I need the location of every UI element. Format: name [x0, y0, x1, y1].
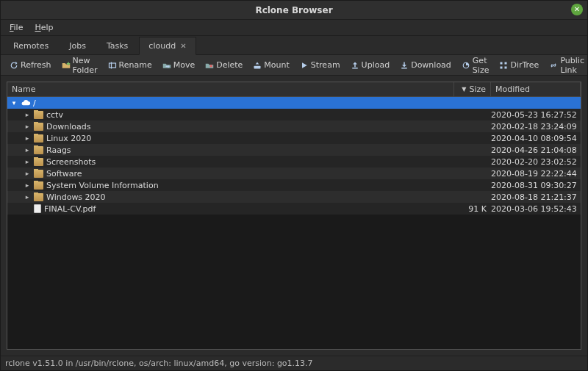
row-modified: 2020-04-26 21:04:08: [491, 145, 581, 155]
delete-icon: [205, 61, 214, 70]
move-button[interactable]: Move: [158, 58, 200, 72]
row-name: Windows 2020: [46, 192, 106, 202]
tab-cloudd[interactable]: cloudd ✕: [139, 37, 196, 55]
app-window: Rclone Browser ✕ File Help Remotes Jobs …: [0, 0, 588, 371]
statusbar: rclone v1.51.0 in /usr/bin/rclone, os/ar…: [1, 356, 587, 370]
tab-jobs[interactable]: Jobs: [60, 37, 96, 54]
expander-icon[interactable]: ▸: [24, 111, 31, 118]
tab-close-icon[interactable]: ✕: [180, 42, 186, 50]
sort-descending-icon: ▼: [462, 86, 466, 93]
file-rows: ▾ / ▸cctv2020-05-23 16:27:52▸Downloads20…: [7, 97, 581, 349]
expander-icon[interactable]: ▸: [24, 134, 31, 142]
row-modified: 2020-08-31 09:30:27: [491, 181, 581, 190]
public-link-button[interactable]: Public Link: [545, 54, 588, 77]
column-header-name[interactable]: Name: [7, 82, 454, 96]
row-modified: 2020-02-20 23:02:52: [491, 157, 581, 167]
folder-icon: [34, 170, 43, 178]
svg-rect-9: [505, 66, 507, 68]
stream-button[interactable]: Stream: [295, 58, 345, 72]
menu-file[interactable]: File: [5, 21, 27, 34]
row-name: Linux 2020: [46, 134, 91, 143]
svg-rect-0: [109, 63, 115, 68]
folder-icon: [34, 134, 43, 143]
move-icon: [162, 61, 171, 70]
row-name: Software: [46, 169, 82, 179]
row-modified: 2020-08-18 21:21:37: [491, 192, 581, 202]
row-modified: 2020-08-19 22:22:44: [491, 169, 581, 179]
stream-icon: [300, 61, 309, 70]
folder-icon: [34, 123, 43, 131]
folder-icon: [34, 111, 43, 119]
file-row[interactable]: FINAL-CV.pdf91 K2020-03-06 19:52:43: [7, 203, 581, 215]
folder-row[interactable]: ▸Linux 20202020-04-10 08:09:54: [7, 132, 581, 144]
svg-rect-7: [501, 66, 503, 68]
new-folder-icon: [62, 61, 71, 70]
expander-icon[interactable]: ▸: [24, 123, 31, 130]
dir-tree-button[interactable]: DirTree: [495, 58, 543, 72]
public-link-icon: [549, 61, 558, 70]
root-label: /: [33, 98, 36, 108]
rename-icon: [108, 61, 117, 70]
folder-icon: [34, 146, 43, 154]
titlebar: Rclone Browser ✕: [1, 1, 587, 20]
toolbar: Refresh New Folder Rename Move Delete Mo…: [1, 55, 587, 76]
refresh-button[interactable]: Refresh: [5, 58, 56, 72]
window-title: Rclone Browser: [1, 5, 587, 15]
folder-icon: [34, 193, 43, 201]
folder-row[interactable]: ▸Screenshots2020-02-20 23:02:52: [7, 156, 581, 168]
mount-button[interactable]: Mount: [248, 58, 293, 72]
row-name: Raags: [46, 145, 71, 155]
row-name: FINAL-CV.pdf: [44, 204, 96, 214]
row-modified: 2020-03-06 19:52:43: [491, 204, 581, 214]
folder-row[interactable]: ▸Raags2020-04-26 21:04:08: [7, 144, 581, 156]
row-modified: 2020-02-18 23:24:09: [491, 122, 581, 132]
download-button[interactable]: Download: [395, 58, 456, 72]
refresh-icon: [10, 61, 18, 70]
folder-row[interactable]: ▸Software2020-08-19 22:22:44: [7, 168, 581, 179]
window-close-button[interactable]: ✕: [571, 4, 583, 15]
row-name: System Volume Information: [46, 181, 159, 190]
row-name: Downloads: [46, 122, 90, 132]
column-header-size[interactable]: ▼ Size: [454, 82, 491, 96]
expander-icon[interactable]: ▸: [24, 181, 31, 189]
column-header-modified[interactable]: Modified: [491, 82, 581, 96]
menu-help[interactable]: Help: [30, 21, 57, 34]
folder-icon: [34, 158, 43, 166]
expander-icon[interactable]: ▸: [24, 146, 31, 154]
svg-rect-4: [401, 68, 407, 69]
menubar: File Help: [1, 20, 587, 36]
svg-rect-6: [501, 62, 503, 64]
rename-button[interactable]: Rename: [104, 58, 157, 72]
folder-icon: [34, 181, 43, 190]
delete-button[interactable]: Delete: [201, 58, 247, 72]
row-modified: 2020-05-23 16:27:52: [491, 110, 581, 120]
tabbar: Remotes Jobs Tasks cloudd ✕: [1, 36, 587, 55]
dir-tree-icon: [499, 61, 508, 70]
svg-rect-8: [505, 62, 507, 64]
folder-row[interactable]: ▸cctv2020-05-23 16:27:52: [7, 109, 581, 120]
folder-row[interactable]: ▸System Volume Information2020-08-31 09:…: [7, 179, 581, 191]
download-icon: [400, 61, 409, 70]
cloud-icon: [21, 99, 30, 107]
file-icon: [34, 204, 41, 213]
get-size-button[interactable]: Get Size: [457, 54, 494, 77]
expander-icon[interactable]: ▸: [24, 158, 31, 165]
folder-row[interactable]: ▸Windows 20202020-08-18 21:21:37: [7, 191, 581, 203]
expander-icon[interactable]: ▸: [24, 193, 31, 201]
row-name: cctv: [46, 110, 63, 120]
get-size-icon: [462, 61, 470, 70]
file-panel: Name ▼ Size Modified ▾ / ▸cctv2: [7, 82, 581, 350]
expander-icon[interactable]: ▸: [24, 170, 31, 177]
tab-tasks[interactable]: Tasks: [97, 37, 137, 54]
tab-remotes[interactable]: Remotes: [4, 37, 58, 54]
expander-icon[interactable]: ▾: [10, 99, 18, 107]
upload-button[interactable]: Upload: [346, 58, 395, 72]
row-size: 91 K: [454, 204, 491, 214]
svg-rect-2: [254, 65, 261, 68]
upload-icon: [351, 61, 359, 70]
close-icon: ✕: [574, 6, 580, 13]
root-row[interactable]: ▾ /: [7, 97, 581, 109]
folder-row[interactable]: ▸Downloads2020-02-18 23:24:09: [7, 120, 581, 132]
new-folder-button[interactable]: New Folder: [57, 54, 102, 77]
status-text: rclone v1.51.0 in /usr/bin/rclone, os/ar…: [5, 359, 313, 368]
